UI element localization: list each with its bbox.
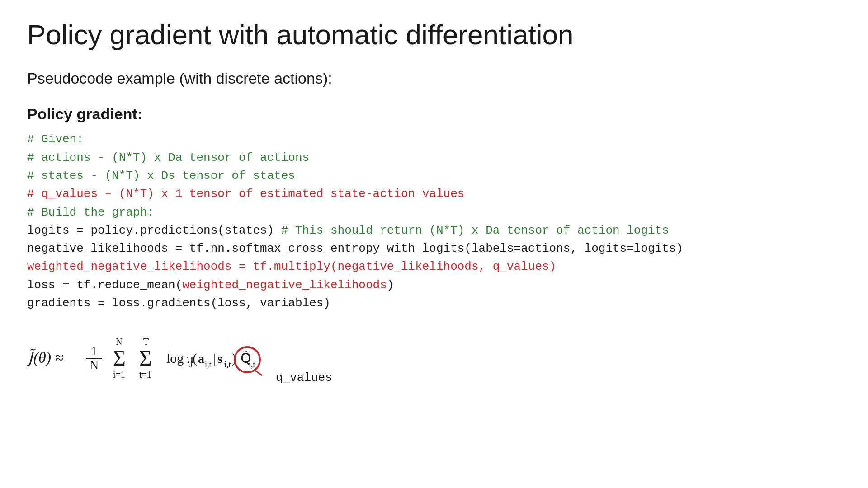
svg-text:N: N	[116, 337, 122, 347]
svg-text:Σ: Σ	[139, 346, 152, 370]
code-line-6: logits = policy.predictions(states) # Th…	[27, 221, 841, 239]
code-line-10: gradients = loss.gradients(loss, variabl…	[27, 294, 841, 312]
svg-text:|: |	[213, 351, 216, 366]
svg-text:N: N	[90, 358, 99, 372]
code-line-1: # Given:	[27, 130, 841, 148]
code-logits-comment: # This should return (N*T) x Da tensor o…	[281, 224, 669, 237]
q-values-annotation: q_values	[276, 348, 332, 385]
code-comment-build: # Build the graph:	[27, 206, 154, 219]
code-logits-stmt: logits = policy.predictions(states)	[27, 224, 281, 237]
section-label: Policy gradient:	[27, 105, 841, 123]
code-neg-likelihoods: negative_likelihoods = tf.nn.softmax_cro…	[27, 242, 683, 255]
math-section: J̃(θ) ≈ 1 N Σ i=1 N Σ t=1 T log π θ ( a …	[27, 330, 841, 385]
svg-text:s: s	[217, 352, 222, 366]
code-comment-states: # states - (N*T) x Ds tensor of states	[27, 169, 295, 183]
code-loss-arg: weighted_negative_likelihoods	[182, 278, 387, 292]
slide-title: Policy gradient with automatic different…	[27, 18, 841, 52]
svg-text:1: 1	[91, 344, 97, 358]
code-comment-given: # Given:	[27, 132, 84, 146]
svg-text:a: a	[198, 352, 204, 366]
svg-text:i=1: i=1	[113, 370, 125, 380]
code-line-3: # states - (N*T) x Ds tensor of states	[27, 167, 841, 185]
svg-text:θ: θ	[188, 359, 193, 369]
code-gradients: gradients = loss.gradients(loss, variabl…	[27, 296, 330, 310]
code-line-8: weighted_negative_likelihoods = tf.multi…	[27, 258, 841, 276]
svg-text:(: (	[193, 351, 197, 366]
q-values-label: q_values	[276, 371, 332, 385]
code-line-9: loss = tf.reduce_mean(weighted_negative_…	[27, 276, 841, 294]
svg-text:i,t: i,t	[224, 360, 231, 369]
subtitle-text: Pseudocode example (with discrete action…	[27, 70, 841, 87]
svg-text:T: T	[143, 337, 149, 347]
code-loss-prefix: loss = tf.reduce_mean(	[27, 278, 182, 292]
page-container: Policy gradient with automatic different…	[0, 0, 868, 488]
code-block: # Given: # actions - (N*T) x Da tensor o…	[27, 130, 841, 312]
code-line-5: # Build the graph:	[27, 203, 841, 221]
code-line-7: negative_likelihoods = tf.nn.softmax_cro…	[27, 239, 841, 258]
code-loss-suffix: )	[387, 278, 394, 292]
svg-text:i,t: i,t	[205, 360, 212, 369]
code-comment-qvalues: # q_values – (N*T) x 1 tensor of estimat…	[27, 187, 464, 201]
svg-text:Σ: Σ	[113, 346, 126, 370]
svg-text:t=1: t=1	[139, 370, 151, 380]
code-line-2: # actions - (N*T) x Da tensor of actions	[27, 149, 841, 167]
math-formula-svg: J̃(θ) ≈ 1 N Σ i=1 N Σ t=1 T log π θ ( a …	[27, 330, 280, 385]
svg-text:J̃(θ) ≈: J̃(θ) ≈	[27, 348, 63, 366]
code-weighted-neg: weighted_negative_likelihoods = tf.multi…	[27, 260, 556, 273]
code-line-4: # q_values – (N*T) x 1 tensor of estimat…	[27, 185, 841, 203]
svg-line-22	[255, 370, 262, 375]
svg-text:i,t: i,t	[249, 360, 255, 369]
code-comment-actions: # actions - (N*T) x Da tensor of actions	[27, 151, 309, 164]
